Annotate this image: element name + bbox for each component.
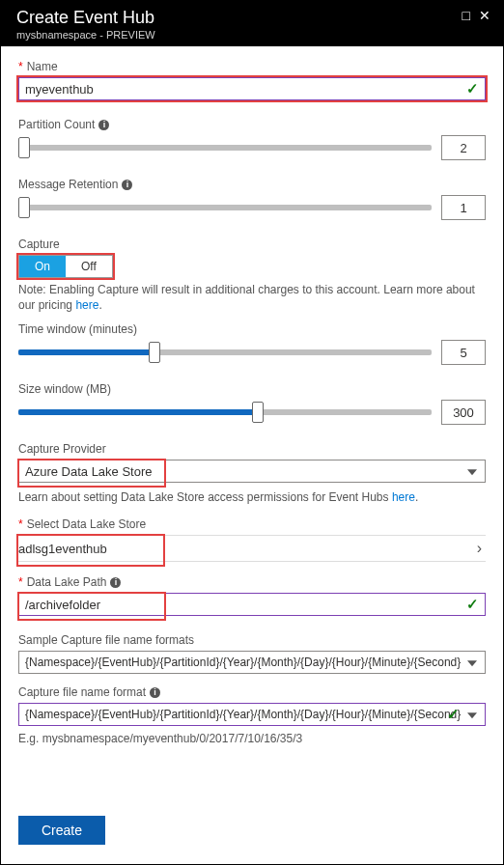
capture-label: Capture [18,237,486,251]
select-data-lake-store[interactable]: adlsg1eventhub › [18,535,486,562]
learn-permissions-link[interactable]: here [392,490,415,504]
capture-toggle[interactable]: On Off [18,255,113,278]
time-window-slider[interactable] [18,344,432,361]
valid-check-icon: ✓ [466,596,479,613]
create-button[interactable]: Create [18,816,105,845]
valid-check-icon: ✓ [466,80,479,98]
partition-count-slider[interactable] [18,139,432,156]
info-icon[interactable]: i [98,120,109,130]
message-retention-label: Message Retentioni [18,178,486,191]
message-retention-value[interactable]: 1 [441,195,486,220]
select-data-lake-store-label: *Select Data Lake Store [18,517,486,531]
capture-format-select[interactable]: {Namespace}/{EventHub}/{PartitionId}/{Ye… [18,703,486,726]
panel-title: Create Event Hub [16,7,155,28]
message-retention-slider[interactable] [18,199,432,216]
capture-off-button[interactable]: Off [66,256,112,277]
capture-provider-label: Capture Provider [18,442,486,456]
sample-formats-select[interactable]: {Namespace}/{EventHub}/{PartitionId}/{Ye… [18,651,486,674]
panel-body: *Name myeventhub ✓ Partition Counti 2 [1,46,503,802]
capture-note: Note: Enabling Capture will result in ad… [18,282,486,313]
sample-formats-label: Sample Capture file name formats [18,633,486,647]
create-event-hub-panel: Create Event Hub mysbnamespace - PREVIEW… [0,0,504,865]
info-icon[interactable]: i [122,180,132,190]
size-window-label: Size window (MB) [18,382,486,396]
panel-footer: Create [1,802,503,864]
close-icon[interactable]: ✕ [479,9,490,22]
capture-on-button[interactable]: On [19,256,66,277]
panel-header: Create Event Hub mysbnamespace - PREVIEW… [1,1,503,46]
size-window-slider[interactable] [18,404,432,421]
capture-format-example: E.g. mysbnamespace/myeventhub/0/2017/7/1… [18,732,486,745]
valid-check-icon: ✓ [447,706,460,723]
time-window-value[interactable]: 5 [441,340,486,365]
name-input[interactable]: myeventhub ✓ [18,77,486,100]
capture-provider-select[interactable]: Azure Data Lake Store [18,460,486,483]
info-icon[interactable]: i [150,687,160,698]
panel-subtitle: mysbnamespace - PREVIEW [16,29,155,41]
time-window-label: Time window (minutes) [18,322,486,336]
data-lake-path-label: *Data Lake Path i [18,575,486,589]
chevron-right-icon: › [477,540,486,557]
name-label: *Name [18,60,486,73]
learn-permissions-text: Learn about setting Data Lake Store acce… [18,490,486,504]
pricing-link[interactable]: here [75,298,98,312]
capture-format-label: Capture file name format i [18,685,486,699]
info-icon[interactable]: i [110,577,121,588]
partition-count-label: Partition Counti [18,118,486,131]
partition-count-value[interactable]: 2 [441,135,486,160]
size-window-value[interactable]: 300 [441,400,486,425]
restore-icon[interactable]: □ [462,9,469,22]
data-lake-path-input[interactable]: /archivefolder ✓ [18,593,486,616]
